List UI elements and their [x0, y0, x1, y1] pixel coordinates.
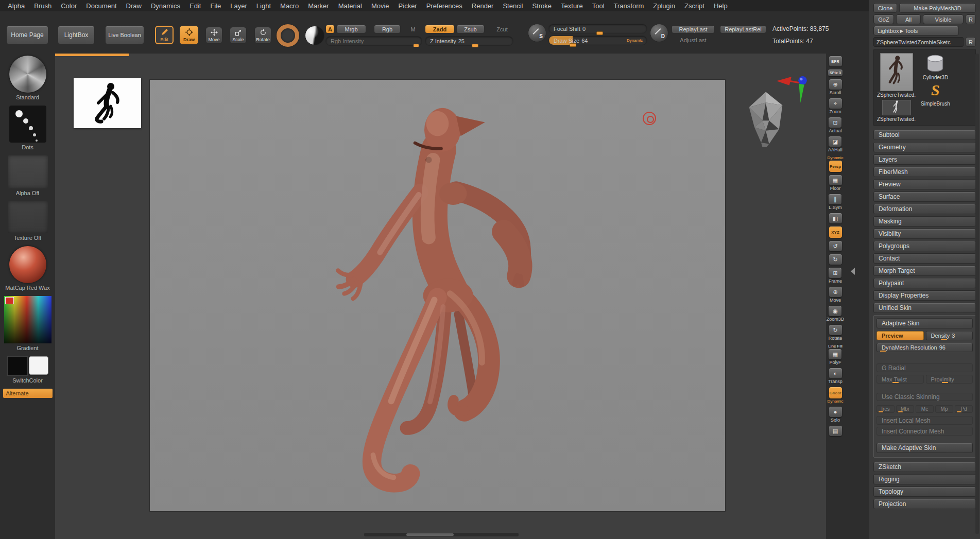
- mrgb-toggle[interactable]: Mrgb: [336, 25, 366, 33]
- see-through-button[interactable]: [829, 213, 842, 223]
- solo-button[interactable]: Solo: [829, 407, 842, 423]
- live-boolean-button[interactable]: Live Boolean: [105, 26, 144, 44]
- canvas-region[interactable]: [55, 54, 826, 539]
- stroke-s-icon[interactable]: S: [528, 24, 546, 42]
- focal-shift-handle[interactable]: [596, 31, 603, 35]
- local-symmetry-button[interactable]: L.Sym: [829, 194, 842, 210]
- section-geometry[interactable]: Geometry: [873, 142, 976, 152]
- menu-brush[interactable]: Brush: [29, 2, 56, 10]
- spix-slider[interactable]: SPix 3: [828, 69, 843, 76]
- zadd-toggle[interactable]: Zadd: [425, 25, 455, 33]
- z-intensity-slider[interactable]: Z Intensity 25: [425, 36, 513, 46]
- alternate-button[interactable]: Alternate: [3, 389, 53, 398]
- stroke-d-icon[interactable]: D: [650, 24, 668, 42]
- floor-button[interactable]: Floor: [829, 175, 842, 191]
- paint-a-toggle[interactable]: A: [325, 25, 335, 33]
- section-display-properties[interactable]: Display Properties: [873, 290, 976, 301]
- section-preview[interactable]: Preview: [873, 179, 976, 189]
- section-polypaint[interactable]: Polypaint: [873, 278, 976, 288]
- menu-help[interactable]: Help: [709, 2, 732, 10]
- bpr-button[interactable]: BPR: [829, 56, 842, 66]
- alpha-selector[interactable]: [8, 155, 48, 188]
- dynamesh-resolution-slider[interactable]: DynaMesh Resolution 96: [876, 343, 973, 352]
- menu-macro[interactable]: Macro: [276, 2, 303, 10]
- polyframe-button[interactable]: Line FillPolyF: [828, 344, 843, 365]
- section-visibility[interactable]: Visibility: [873, 229, 976, 239]
- rotate-ccw-button[interactable]: [829, 241, 842, 251]
- section-projection[interactable]: Projection: [873, 499, 976, 509]
- menu-material[interactable]: Material: [334, 2, 367, 10]
- density-handle[interactable]: [941, 339, 947, 340]
- replay-last-rel-button[interactable]: ReplayLastRel: [720, 25, 766, 33]
- section-zsketch[interactable]: ZSketch: [873, 462, 976, 472]
- menu-zscript[interactable]: Zscript: [680, 2, 709, 10]
- menu-color[interactable]: Color: [56, 2, 81, 10]
- section-unified-skin[interactable]: Unified Skin: [873, 303, 976, 313]
- lightbox-tools-button[interactable]: Lightbox►Tools: [873, 26, 959, 36]
- dynamesh-handle[interactable]: [880, 351, 886, 352]
- canvas-hscrollbar-thumb[interactable]: [406, 533, 454, 536]
- section-layers[interactable]: Layers: [873, 154, 976, 165]
- tool-item-zsphere-alt[interactable]: [882, 100, 911, 115]
- texture-selector[interactable]: [8, 201, 48, 233]
- tool-item-simplebrush[interactable]: S: [931, 80, 940, 100]
- zsub-toggle[interactable]: Zsub: [456, 25, 485, 33]
- stroke-selector[interactable]: [9, 106, 46, 143]
- zoom-button[interactable]: Zoom: [829, 98, 842, 114]
- material-sphere-icon[interactable]: [305, 26, 324, 45]
- xpose-button[interactable]: [829, 426, 842, 436]
- lightbox-button[interactable]: LightBox: [58, 26, 95, 44]
- aahalf-button[interactable]: AAHalf: [828, 136, 843, 152]
- focal-shift-slider[interactable]: Focal Shift 0: [548, 24, 647, 33]
- section-subtool[interactable]: Subtool: [873, 130, 976, 140]
- menu-picker[interactable]: Picker: [394, 2, 422, 10]
- draw-size-handle[interactable]: [570, 43, 576, 47]
- rgb-toggle[interactable]: Rgb: [374, 25, 401, 33]
- menu-document[interactable]: Document: [81, 2, 121, 10]
- color-picker[interactable]: [4, 296, 51, 343]
- make-polymesh3d-button[interactable]: Make PolyMesh3D: [899, 3, 976, 13]
- replay-last-button[interactable]: ReplayLast: [672, 25, 715, 33]
- brush-selector[interactable]: [9, 56, 46, 93]
- brush-stroke-preview-icon[interactable]: [277, 24, 299, 47]
- main-color-sw[interactable]: [7, 356, 28, 376]
- persp-button[interactable]: DynamicPersp: [827, 155, 843, 172]
- z-intensity-handle[interactable]: [472, 44, 478, 47]
- frame-button[interactable]: Frame: [829, 268, 842, 284]
- scale-button[interactable]: Scale: [230, 27, 247, 44]
- scroll-button[interactable]: Scroll: [829, 79, 842, 95]
- menu-zplugin[interactable]: Zplugin: [648, 2, 680, 10]
- canvas-hscrollbar[interactable]: [364, 533, 519, 536]
- section-deformation[interactable]: Deformation: [873, 204, 976, 214]
- panel-collapse-arrow[interactable]: [851, 268, 855, 275]
- section-topology[interactable]: Topology: [873, 486, 976, 497]
- home-page-button[interactable]: Home Page: [6, 26, 48, 44]
- goz-button[interactable]: GoZ: [873, 14, 894, 24]
- secondary-color-sw[interactable]: [29, 356, 48, 375]
- menu-edit[interactable]: Edit: [185, 2, 205, 10]
- clone-button[interactable]: Clone: [873, 3, 897, 13]
- draw-button[interactable]: Draw: [180, 26, 198, 44]
- menu-marker[interactable]: Marker: [303, 2, 333, 10]
- tool-item-current[interactable]: [880, 53, 913, 91]
- rotate-cw-button[interactable]: [829, 254, 842, 265]
- material-selector[interactable]: [9, 246, 46, 283]
- xyz-button[interactable]: XYZ: [829, 227, 842, 238]
- goz-all-button[interactable]: All: [896, 14, 921, 24]
- ghost-button[interactable]: GhostDynamic: [827, 387, 843, 404]
- switch-color-control[interactable]: [7, 356, 48, 376]
- menu-dynamics[interactable]: Dynamics: [146, 2, 185, 10]
- current-tool-name[interactable]: ZSphereTwistedZombieSketc: [873, 37, 964, 47]
- menu-transform[interactable]: Transform: [609, 2, 649, 10]
- menu-preferences[interactable]: Preferences: [422, 2, 467, 10]
- edit-button[interactable]: Edit: [155, 26, 174, 44]
- section-rigging[interactable]: Rigging: [873, 474, 976, 484]
- section-polygroups[interactable]: Polygroups: [873, 241, 976, 251]
- make-adaptive-skin-button[interactable]: Make Adaptive Skin: [876, 443, 973, 453]
- section-morph-target[interactable]: Morph Target: [873, 266, 976, 276]
- menu-stencil[interactable]: Stencil: [498, 2, 527, 10]
- adjust-last-button[interactable]: AdjustLast: [672, 36, 715, 44]
- zcut-toggle[interactable]: Zcut: [491, 25, 513, 33]
- rotate-3d-button[interactable]: Rotate: [829, 325, 843, 341]
- section-fibermesh[interactable]: FiberMesh: [873, 167, 976, 177]
